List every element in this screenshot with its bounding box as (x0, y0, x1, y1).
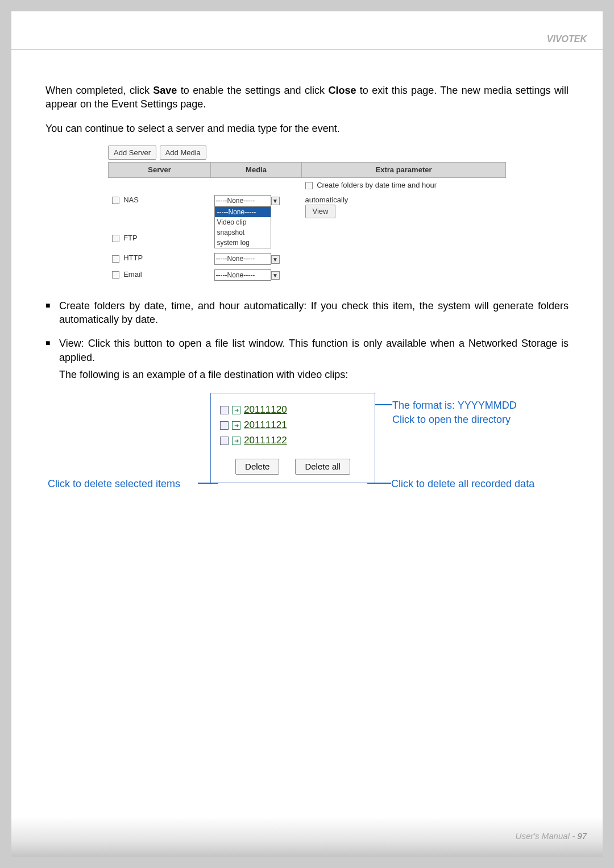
bullet-icon: ■ (45, 299, 59, 327)
footer-background (11, 817, 603, 857)
chevron-down-icon[interactable]: ▼ (271, 197, 280, 205)
paragraph-1: When completed, click Save to enable the… (45, 84, 569, 111)
chevron-down-icon[interactable]: ▼ (271, 271, 280, 280)
text: Click to open the directory (392, 413, 557, 426)
http-media-select[interactable]: -----None----- (214, 253, 271, 264)
annotation-delete-selected: Click to delete selected items (48, 477, 180, 491)
row-checkbox[interactable] (220, 406, 229, 414)
annotation-format: The format is: YYYYMMDD Click to open th… (392, 398, 557, 426)
bullet-view: ■ View: Click this button to open a file… (45, 337, 569, 381)
server-ftp-label: FTP (123, 234, 138, 242)
page-content: When completed, click Save to enable the… (11, 84, 603, 506)
email-checkbox[interactable] (112, 271, 119, 279)
server-nas-label: NAS (123, 196, 139, 204)
delete-button[interactable]: Delete (235, 459, 279, 475)
folder-link[interactable]: 20111120 (244, 404, 287, 417)
text: View: Click this button to open a file l… (59, 337, 569, 364)
page-number: 97 (577, 831, 587, 841)
col-extra: Extra parameter (302, 163, 506, 178)
file-buttons-row: Delete Delete all (220, 459, 366, 475)
create-folders-checkbox[interactable] (305, 182, 313, 189)
list-item: ➜ 20111121 (220, 419, 366, 432)
footer-label: User's Manual - (516, 831, 578, 841)
option-system-log[interactable]: system log (215, 238, 271, 248)
folder-link[interactable]: 20111122 (244, 434, 287, 447)
nas-checkbox[interactable] (112, 197, 119, 204)
connector-line (198, 483, 218, 484)
col-media: Media (211, 163, 302, 178)
nas-media-select[interactable]: -----None----- (214, 195, 271, 206)
save-keyword: Save (153, 85, 177, 96)
paragraph-2: You can continue to select a server and … (45, 122, 569, 135)
folder-link[interactable]: 20111121 (244, 419, 287, 432)
header-divider (11, 49, 603, 49)
col-server: Server (109, 163, 211, 178)
page-header: VIVOTEK (11, 11, 603, 49)
server-email-label: Email (123, 270, 142, 279)
email-media-select[interactable]: -----None----- (214, 269, 271, 281)
connector-line (367, 483, 391, 484)
brand-logo: VIVOTEK (547, 34, 587, 44)
option-none[interactable]: -----None----- (215, 207, 271, 217)
bullet-text: Create folders by date, time, and hour a… (59, 299, 569, 327)
http-checkbox[interactable] (112, 255, 119, 263)
automatically-label: automatically (305, 196, 349, 204)
annotation-delete-all: Click to delete all recorded data (391, 477, 534, 491)
ftp-checkbox[interactable] (112, 235, 119, 242)
document-page: VIVOTEK When completed, click Save to en… (11, 11, 603, 857)
row-checkbox[interactable] (220, 437, 229, 445)
option-snapshot[interactable]: snapshot (215, 227, 271, 238)
row-checkbox[interactable] (220, 421, 229, 430)
server-http-label: HTTP (123, 254, 143, 262)
text: When completed, click (45, 85, 153, 96)
arrow-right-icon[interactable]: ➜ (232, 437, 240, 445)
text: The following is an example of a file de… (59, 368, 569, 381)
close-keyword: Close (328, 85, 356, 96)
text: to enable the settings and click (177, 85, 328, 96)
add-server-button[interactable]: Add Server (108, 146, 156, 160)
page-footer: User's Manual - 97 (516, 831, 587, 841)
bullet-create-folders: ■ Create folders by date, time, and hour… (45, 299, 569, 327)
delete-all-button[interactable]: Delete all (295, 459, 350, 475)
bullet-icon: ■ (45, 337, 59, 381)
option-video-clip[interactable]: Video clip (215, 217, 271, 227)
list-item: ➜ 20111122 (220, 434, 366, 447)
text: The format is: YYYYMMDD (392, 398, 557, 412)
nas-media-select-open[interactable]: -----None----- Video clip snapshot syste… (214, 206, 271, 249)
arrow-right-icon[interactable]: ➜ (232, 406, 240, 414)
connector-line (375, 404, 392, 405)
arrow-right-icon[interactable]: ➜ (232, 421, 240, 430)
file-list-box: ➜ 20111120 ➜ 20111121 ➜ 20111122 Delete … (210, 393, 375, 483)
event-settings-screenshot: Add Server Add Media Server Media Extra … (108, 146, 506, 283)
list-item: ➜ 20111120 (220, 404, 366, 417)
chevron-down-icon[interactable]: ▼ (271, 255, 280, 264)
file-list-example: ➜ 20111120 ➜ 20111121 ➜ 20111122 Delete … (45, 393, 569, 506)
view-button[interactable]: View (305, 205, 336, 218)
server-media-table: Server Media Extra parameter Create fold… (108, 162, 506, 283)
bullet-text: View: Click this button to open a file l… (59, 337, 569, 381)
add-media-button[interactable]: Add Media (160, 146, 206, 160)
create-folders-label: Create folders by date time and hour (317, 181, 437, 189)
